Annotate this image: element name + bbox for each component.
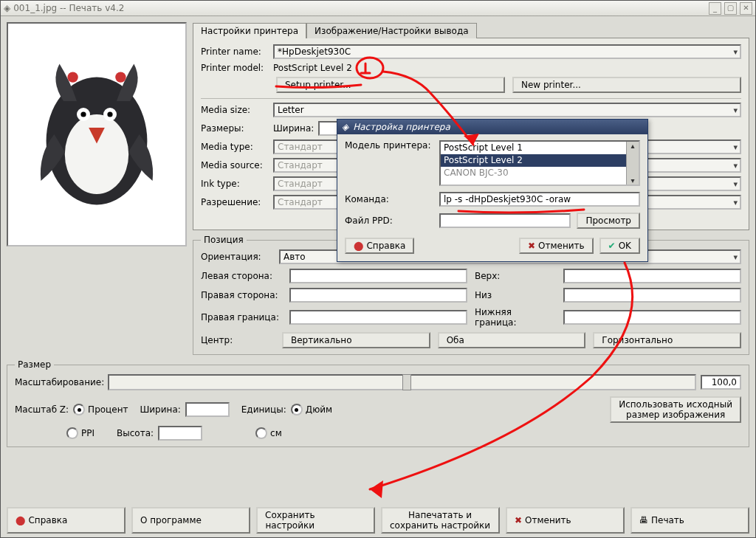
media-size-combo[interactable]: Letter: [273, 103, 741, 117]
help-button[interactable]: ⬤Справка: [7, 507, 126, 534]
size-group: Размер Масштабирование: Масштаб Z: Проце…: [7, 359, 749, 447]
svg-point-7: [115, 72, 126, 82]
units-inch-radio[interactable]: Дюйм: [291, 404, 332, 415]
help-icon: ⬤: [16, 515, 25, 525]
right-side-input[interactable]: [289, 288, 467, 303]
help-icon: ⬤: [354, 241, 363, 251]
bottom-border-label: Нижняя граница:: [475, 307, 556, 328]
list-item[interactable]: PostScript Level 1: [441, 142, 639, 154]
size-height-input[interactable]: [158, 426, 202, 441]
print-button[interactable]: 🖶Печать: [630, 507, 749, 534]
media-type-label: Media type:: [201, 142, 269, 152]
top-input[interactable]: [563, 269, 741, 283]
maximize-button[interactable]: ▢: [724, 2, 737, 15]
media-size-label: Media size:: [201, 105, 269, 115]
scale-percent-radio[interactable]: Процент: [73, 404, 128, 415]
print-icon: 🖶: [639, 515, 648, 525]
media-source-label: Media source:: [201, 160, 269, 170]
bottom-border-input[interactable]: [563, 310, 741, 325]
ink-type-label: Ink type:: [201, 179, 269, 189]
scaling-slider[interactable]: [108, 374, 696, 390]
svg-point-3: [80, 111, 86, 117]
printer-model-listbox[interactable]: PostScript Level 1 PostScript Level 2 CA…: [439, 140, 640, 186]
dialog-diamond-icon: ◈: [342, 122, 348, 132]
size-width-input[interactable]: [185, 402, 230, 417]
new-printer-button[interactable]: New printer...: [512, 77, 741, 93]
dialog-titlebar: ◈ Настройка принтера: [337, 120, 647, 134]
tab-image-output[interactable]: Изображение/Настройки вывода: [306, 23, 477, 38]
image-preview: [7, 22, 187, 246]
main-window: ◈ 001_1.jpg -- Печать v4.2 _ ▢ ✕: [0, 0, 756, 538]
left-side-label: Левая сторона:: [201, 271, 282, 281]
center-vertical-button[interactable]: Вертикально: [282, 332, 430, 348]
center-both-button[interactable]: Оба: [438, 332, 586, 348]
ok-icon: ✔: [608, 241, 616, 251]
printer-name-label: Printer name:: [201, 46, 269, 57]
dialog-browse-button[interactable]: Просмотр: [577, 213, 640, 229]
svg-point-5: [107, 111, 112, 117]
right-border-label: Правая граница:: [201, 312, 282, 323]
minimize-button[interactable]: _: [709, 2, 721, 15]
tab-printer-settings[interactable]: Настройки принтера: [193, 23, 306, 38]
use-original-size-button[interactable]: Использовать исходный размер изображения: [610, 396, 741, 423]
dialog-ppd-label: Файл PPD:: [345, 215, 433, 226]
dialog-ppd-input[interactable]: [439, 213, 571, 228]
size-width-label: Ширина:: [140, 404, 180, 415]
printer-model-label: Printer model:: [201, 63, 269, 73]
listbox-scrollbar[interactable]: [626, 142, 639, 184]
cancel-button[interactable]: ✖Отменить: [506, 507, 625, 534]
units-cm-radio[interactable]: см: [255, 427, 282, 439]
top-label: Верх:: [475, 271, 556, 281]
resolution-label: Разрешение:: [201, 197, 269, 207]
dialog-command-label: Команда:: [345, 194, 433, 204]
about-button[interactable]: О программе: [131, 507, 250, 534]
orientation-label: Ориентация:: [201, 252, 275, 262]
preview-artwork: [30, 46, 163, 223]
cancel-icon: ✖: [515, 515, 522, 525]
cancel-icon: ✖: [528, 241, 535, 251]
print-and-save-button[interactable]: Напечатать и сохранить настройки: [381, 507, 500, 534]
dialog-help-button[interactable]: ⬤Справка: [345, 238, 414, 254]
window-title: 001_1.jpg -- Печать v4.2: [13, 3, 124, 13]
dimensions-label: Размеры:: [201, 123, 269, 134]
save-settings-button[interactable]: Сохранить настройки: [256, 507, 375, 534]
bottom-label: Низ: [475, 290, 556, 300]
right-border-input[interactable]: [289, 310, 467, 325]
printer-name-combo[interactable]: *HpDeskjet930C: [273, 44, 741, 59]
scale-ppi-radio[interactable]: PPI: [66, 427, 94, 439]
list-item[interactable]: PostScript Level 2: [441, 154, 639, 167]
bottom-button-bar: ⬤Справка О программе Сохранить настройки…: [7, 507, 749, 534]
size-height-label: Высота:: [117, 428, 154, 438]
dialog-command-input[interactable]: [439, 192, 640, 207]
bottom-input[interactable]: [563, 288, 741, 303]
center-horizontal-button[interactable]: Горизонтально: [593, 332, 741, 348]
position-legend: Позиция: [201, 235, 247, 245]
left-side-input[interactable]: [289, 269, 467, 283]
setup-printer-button[interactable]: Setup printer...: [276, 77, 505, 93]
center-label: Центр:: [201, 335, 275, 345]
right-side-label: Правая сторона:: [201, 290, 282, 300]
size-legend: Размер: [15, 359, 54, 370]
tab-strip: Настройки принтера Изображение/Настройки…: [193, 22, 749, 38]
dialog-cancel-button[interactable]: ✖Отменить: [519, 238, 594, 254]
width-sub-label: Ширина:: [273, 123, 314, 134]
dialog-title: Настройка принтера: [353, 122, 450, 132]
window-diamond-icon: ◈: [4, 3, 10, 13]
printer-model-value: PostScript Level 2: [273, 63, 352, 73]
dialog-ok-button[interactable]: ✔OK: [599, 238, 640, 254]
list-item[interactable]: CANON BJC-30: [441, 167, 639, 179]
dialog-model-label: Модель принтера:: [345, 140, 433, 151]
scale-z-label: Масштаб Z:: [15, 404, 69, 415]
close-button[interactable]: ✕: [740, 2, 752, 15]
printer-setup-dialog: ◈ Настройка принтера Модель принтера: Po…: [337, 119, 648, 262]
units-label: Единицы:: [241, 404, 286, 415]
scaling-label: Масштабирование:: [15, 377, 103, 387]
main-titlebar: ◈ 001_1.jpg -- Печать v4.2 _ ▢ ✕: [1, 1, 755, 16]
scaling-value-input[interactable]: [701, 375, 741, 390]
svg-point-1: [65, 114, 128, 194]
svg-point-6: [67, 72, 78, 82]
